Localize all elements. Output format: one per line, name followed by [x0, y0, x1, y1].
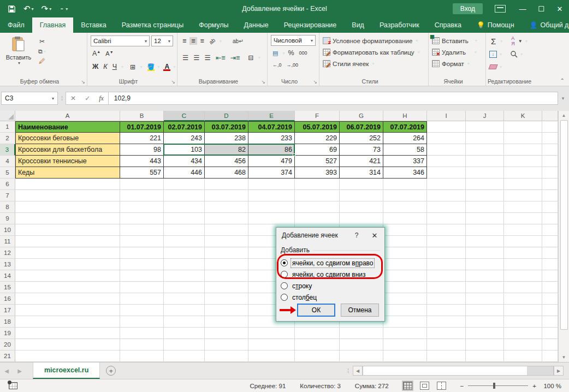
- cell-F20[interactable]: [295, 339, 340, 351]
- cell-B6[interactable]: [120, 179, 164, 190]
- cell-J17[interactable]: [466, 305, 504, 316]
- radio-option-2[interactable]: ячейки, со сдвигом вниз: [281, 269, 380, 280]
- cell-x6[interactable]: [542, 179, 558, 190]
- cell-J9[interactable]: [466, 213, 504, 224]
- copy-icon[interactable]: ⧉▾: [37, 47, 47, 56]
- cell-K18[interactable]: [504, 316, 542, 328]
- cell-H10[interactable]: [383, 224, 427, 236]
- page-layout-view-icon[interactable]: [420, 382, 429, 390]
- cell-K14[interactable]: [504, 270, 542, 282]
- radio-option-1[interactable]: ячейки, со сдвигом вправо: [281, 257, 380, 269]
- cell-I16[interactable]: [427, 293, 466, 305]
- cell-K8[interactable]: [504, 201, 542, 213]
- cell-J10[interactable]: [466, 224, 504, 236]
- cell-A10[interactable]: [15, 224, 120, 236]
- cell-H5[interactable]: 346: [383, 167, 427, 179]
- cell-C17[interactable]: [164, 305, 205, 316]
- cell-B13[interactable]: [120, 259, 164, 270]
- insert-cells-button[interactable]: ▦ Вставить▾: [432, 35, 483, 46]
- font-dialog-launcher-icon[interactable]: ↘: [171, 79, 175, 85]
- format-painter-icon[interactable]: 🖉: [37, 57, 47, 66]
- cell-G5[interactable]: 314: [340, 167, 383, 179]
- cell-A4[interactable]: Кроссовки теннисные: [15, 156, 120, 167]
- cell-I7[interactable]: [427, 190, 466, 201]
- cell-A17[interactable]: [15, 305, 120, 316]
- increase-indent-icon[interactable]: ⇥≡: [228, 54, 241, 62]
- cell-x18[interactable]: [542, 316, 558, 328]
- cell-B20[interactable]: [120, 339, 164, 351]
- cell-B12[interactable]: [120, 247, 164, 259]
- cell-E3[interactable]: 86: [248, 144, 295, 156]
- align-left-icon[interactable]: ☰: [181, 54, 190, 62]
- cell-E19[interactable]: [248, 328, 295, 339]
- cell-A12[interactable]: [15, 247, 120, 259]
- cell-A3[interactable]: Кроссовки для баскетбола: [15, 144, 120, 156]
- cell-B3[interactable]: 98: [120, 144, 164, 156]
- tab-главная[interactable]: Главная: [32, 17, 74, 33]
- tab-общий-доступ[interactable]: 👤Общий доступ: [522, 17, 569, 33]
- cell-C18[interactable]: [164, 316, 205, 328]
- format-as-table-button[interactable]: 🖉 Форматировать как таблицу▾: [323, 46, 426, 58]
- cell-G4[interactable]: 421: [340, 156, 383, 167]
- select-all-corner[interactable]: [0, 111, 15, 121]
- tab-вставка[interactable]: Вставка: [73, 17, 114, 33]
- cell-A5[interactable]: Кеды: [15, 167, 120, 179]
- cell-J14[interactable]: [466, 270, 504, 282]
- save-icon[interactable]: [8, 5, 16, 13]
- tab-рецензирование[interactable]: Рецензирование: [276, 17, 345, 33]
- find-select-icon[interactable]: [510, 50, 518, 58]
- wrap-text-icon[interactable]: ab↵: [231, 38, 245, 44]
- cell-I4[interactable]: [427, 156, 466, 167]
- cell-C1[interactable]: 02.07.2019: [164, 121, 205, 133]
- alignment-dialog-launcher-icon[interactable]: ↘: [261, 79, 265, 85]
- cell-C11[interactable]: [164, 236, 205, 247]
- cell-I9[interactable]: [427, 213, 466, 224]
- cell-H19[interactable]: [383, 328, 427, 339]
- row-header-7[interactable]: 7: [0, 190, 15, 201]
- row-header-3[interactable]: 3: [0, 144, 15, 156]
- cell-H13[interactable]: [383, 259, 427, 270]
- cell-B16[interactable]: [120, 293, 164, 305]
- row-header-17[interactable]: 17: [0, 305, 15, 316]
- cell-I13[interactable]: [427, 259, 466, 270]
- cell-x3[interactable]: [542, 144, 558, 156]
- cell-x20[interactable]: [542, 339, 558, 351]
- row-header-2[interactable]: 2: [0, 133, 15, 144]
- align-right-icon[interactable]: ☰: [203, 54, 212, 62]
- cell-D1[interactable]: 03.07.2019: [205, 121, 248, 133]
- cell-A18[interactable]: [15, 316, 120, 328]
- cell-A2[interactable]: Кроссовки беговые: [15, 133, 120, 144]
- conditional-formatting-button[interactable]: ≠ Условное форматирование▾: [323, 35, 426, 46]
- font-name-select[interactable]: Calibri▾: [91, 35, 150, 46]
- cell-A13[interactable]: [15, 259, 120, 270]
- cell-D3[interactable]: 82: [205, 144, 248, 156]
- cell-G8[interactable]: [340, 201, 383, 213]
- cell-A14[interactable]: [15, 270, 120, 282]
- number-format-select[interactable]: Числовой▾: [271, 35, 316, 46]
- cell-E1[interactable]: 04.07.2019: [248, 121, 295, 133]
- cell-F19[interactable]: [295, 328, 340, 339]
- cell-I15[interactable]: [427, 282, 466, 293]
- cell-B11[interactable]: [120, 236, 164, 247]
- cell-J21[interactable]: [466, 351, 504, 362]
- insert-function-icon[interactable]: fx: [99, 94, 104, 103]
- cell-D13[interactable]: [205, 259, 248, 270]
- cell-J15[interactable]: [466, 282, 504, 293]
- tab-разработчик[interactable]: Разработчик: [372, 17, 427, 33]
- undo-button[interactable]: ↶▾: [23, 4, 34, 14]
- orientation-icon[interactable]: ab: [206, 35, 217, 46]
- row-header-4[interactable]: 4: [0, 156, 15, 167]
- cell-F5[interactable]: 393: [295, 167, 340, 179]
- cell-D2[interactable]: 238: [205, 133, 248, 144]
- cell-C20[interactable]: [164, 339, 205, 351]
- cell-I14[interactable]: [427, 270, 466, 282]
- bold-button[interactable]: Ж: [91, 63, 100, 70]
- cell-J18[interactable]: [466, 316, 504, 328]
- name-box[interactable]: C3 ▾: [1, 92, 58, 105]
- cell-H1[interactable]: 07.07.2019: [383, 121, 427, 133]
- cell-B18[interactable]: [120, 316, 164, 328]
- zoom-level[interactable]: 100 %: [541, 383, 561, 389]
- cell-C16[interactable]: [164, 293, 205, 305]
- row-header-1[interactable]: 1: [0, 121, 15, 133]
- cell-B1[interactable]: 01.07.2019: [120, 121, 164, 133]
